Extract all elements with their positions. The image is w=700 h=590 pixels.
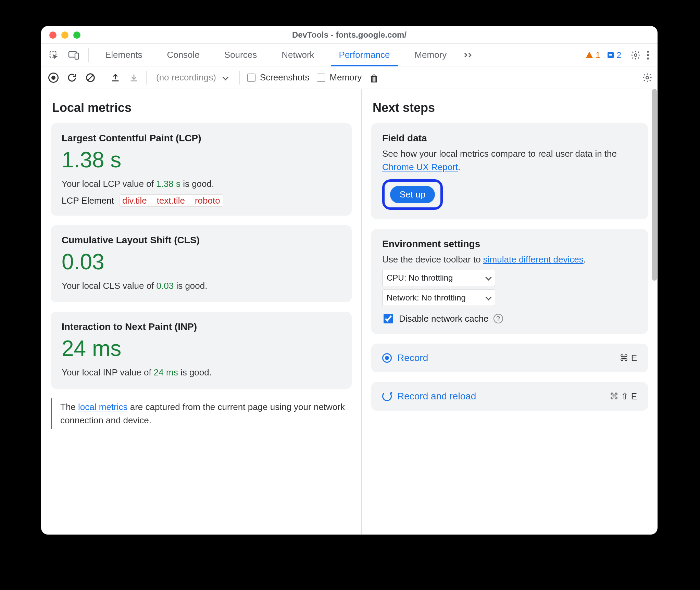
field-data-card: Field data See how your local metrics co… bbox=[371, 123, 648, 219]
svg-line-11 bbox=[87, 75, 93, 81]
cls-value: 0.03 bbox=[62, 249, 341, 274]
tab-console[interactable]: Console bbox=[159, 44, 208, 66]
lcp-value: 1.38 s bbox=[62, 147, 341, 172]
setup-button[interactable]: Set up bbox=[390, 186, 435, 203]
svg-point-16 bbox=[646, 76, 649, 79]
svg-rect-2 bbox=[75, 53, 78, 59]
cls-desc: Your local CLS value of 0.03 is good. bbox=[62, 279, 341, 293]
issues-badge[interactable]: 2 bbox=[607, 50, 621, 60]
record-icon bbox=[382, 353, 392, 363]
crux-report-link[interactable]: Chrome UX Report bbox=[382, 162, 458, 172]
svg-rect-5 bbox=[609, 55, 612, 56]
record-label: Record bbox=[397, 352, 428, 363]
record-reload-card[interactable]: Record and reload ⌘ ⇧ E bbox=[371, 382, 648, 411]
svg-point-7 bbox=[647, 51, 649, 53]
device-toolbar-icon[interactable] bbox=[68, 49, 80, 61]
record-card[interactable]: Record ⌘ E bbox=[371, 344, 648, 372]
capture-settings-icon[interactable] bbox=[641, 72, 653, 84]
lcp-card: Largest Contentful Paint (LCP) 1.38 s Yo… bbox=[51, 123, 352, 216]
titlebar: DevTools - fonts.google.com/ bbox=[41, 26, 658, 44]
zoom-icon[interactable] bbox=[73, 31, 80, 39]
devtools-window: DevTools - fonts.google.com/ Elements Co… bbox=[41, 26, 658, 535]
local-metrics-footer: The local metrics are captured from the … bbox=[51, 398, 352, 429]
help-icon[interactable]: ? bbox=[493, 314, 503, 323]
inp-title: Interaction to Next Paint (INP) bbox=[62, 321, 341, 332]
reload-icon[interactable] bbox=[66, 72, 78, 84]
cpu-throttling-select[interactable]: CPU: No throttling bbox=[382, 270, 495, 286]
record-reload-shortcut: ⌘ ⇧ E bbox=[610, 391, 637, 402]
record-shortcut: ⌘ E bbox=[620, 353, 637, 363]
disable-cache-checkbox[interactable] bbox=[384, 314, 393, 323]
env-title: Environment settings bbox=[382, 239, 637, 249]
clear-icon[interactable] bbox=[84, 72, 97, 84]
garbage-collect-icon[interactable] bbox=[368, 72, 380, 84]
next-steps-column: Next steps Field data See how your local… bbox=[362, 89, 658, 535]
cls-card: Cumulative Layout Shift (CLS) 0.03 Your … bbox=[51, 225, 352, 302]
tabstrip: Elements Console Sources Network Perform… bbox=[41, 44, 658, 66]
tab-elements[interactable]: Elements bbox=[97, 44, 150, 66]
tab-network[interactable]: Network bbox=[273, 44, 322, 66]
traffic-lights bbox=[49, 31, 80, 39]
local-metrics-link[interactable]: local metrics bbox=[78, 402, 127, 412]
warnings-count: 1 bbox=[596, 50, 600, 60]
issues-count: 2 bbox=[617, 50, 621, 60]
inp-value: 24 ms bbox=[62, 336, 341, 361]
more-tabs-icon[interactable] bbox=[463, 49, 475, 61]
simulate-devices-link[interactable]: simulate different devices bbox=[483, 254, 584, 265]
tab-performance[interactable]: Performance bbox=[331, 44, 398, 66]
network-throttling-select[interactable]: Network: No throttling bbox=[382, 290, 495, 306]
svg-point-9 bbox=[647, 57, 649, 60]
settings-icon[interactable] bbox=[629, 49, 642, 61]
lcp-element-selector[interactable]: div.tile__text.tile__roboto bbox=[119, 194, 223, 207]
inp-card: Interaction to Next Paint (INP) 24 ms Yo… bbox=[51, 312, 352, 389]
local-metrics-column: Local metrics Largest Contentful Paint (… bbox=[41, 89, 362, 535]
env-settings-card: Environment settings Use the device tool… bbox=[371, 229, 648, 334]
local-metrics-heading: Local metrics bbox=[52, 101, 352, 115]
inp-desc: Your local INP value of 24 ms is good. bbox=[62, 366, 341, 379]
perf-toolbar: (no recordings) Screenshots Memory bbox=[41, 66, 658, 89]
next-steps-heading: Next steps bbox=[373, 101, 648, 115]
record-button-icon[interactable] bbox=[47, 72, 60, 84]
download-icon[interactable] bbox=[128, 72, 140, 84]
tab-memory[interactable]: Memory bbox=[406, 44, 455, 66]
tab-sources[interactable]: Sources bbox=[216, 44, 265, 66]
record-reload-icon bbox=[382, 392, 392, 401]
kebab-menu-icon[interactable] bbox=[642, 49, 654, 61]
svg-point-8 bbox=[647, 54, 649, 56]
main-content: Local metrics Largest Contentful Paint (… bbox=[41, 89, 658, 535]
env-desc: Use the device toolbar to simulate diffe… bbox=[382, 253, 637, 266]
screenshots-checkbox[interactable]: Screenshots bbox=[246, 72, 310, 83]
record-reload-label: Record and reload bbox=[397, 391, 476, 402]
disable-cache-label: Disable network cache bbox=[399, 313, 489, 324]
recordings-dropdown[interactable]: (no recordings) bbox=[153, 72, 233, 83]
field-data-title: Field data bbox=[382, 133, 637, 144]
svg-rect-3 bbox=[608, 52, 614, 58]
cls-title: Cumulative Layout Shift (CLS) bbox=[62, 235, 341, 246]
lcp-desc: Your local LCP value of 1.38 s is good. bbox=[62, 177, 341, 191]
svg-rect-4 bbox=[609, 54, 612, 55]
field-data-desc: See how your local metrics compare to re… bbox=[382, 147, 637, 174]
minimize-icon[interactable] bbox=[61, 31, 68, 39]
upload-icon[interactable] bbox=[109, 72, 122, 84]
lcp-title: Largest Contentful Paint (LCP) bbox=[62, 133, 341, 144]
inspect-icon[interactable] bbox=[47, 49, 60, 61]
svg-point-6 bbox=[634, 54, 637, 56]
setup-highlight: Set up bbox=[382, 179, 443, 210]
close-icon[interactable] bbox=[49, 31, 57, 39]
lcp-element-row: LCP Element div.tile__text.tile__roboto bbox=[62, 195, 341, 206]
memory-checkbox[interactable]: Memory bbox=[315, 72, 362, 83]
warnings-badge[interactable]: 1 bbox=[585, 50, 600, 60]
window-title: DevTools - fonts.google.com/ bbox=[41, 30, 658, 40]
